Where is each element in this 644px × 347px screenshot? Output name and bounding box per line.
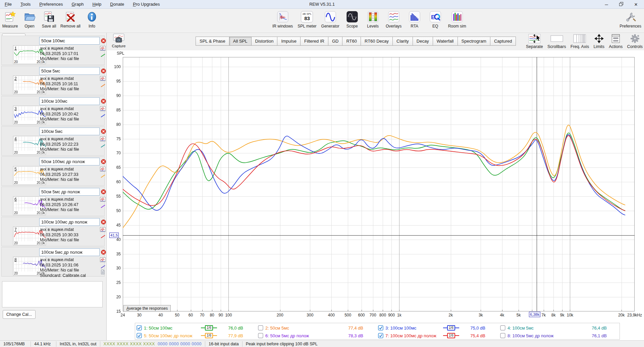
spl-chart-canvas[interactable] [123,57,635,311]
info-button[interactable]: Info [84,10,100,29]
trend-line-icon[interactable] [100,174,106,180]
delete-measurement-icon[interactable] [101,38,106,43]
freq-axis-button[interactable]: Freq. Axis [571,34,589,49]
measurement-card-2: 22020,0kачх в ящике.mdat06.03.2025 10:16… [1,66,105,95]
trend-line-icon[interactable] [100,53,106,59]
scrollbars-button[interactable]: Scrollbars [547,34,566,49]
trend-line-icon[interactable] [100,234,106,240]
measurement-name-input[interactable] [39,97,100,105]
tab-all-spl[interactable]: All SPL [229,37,252,46]
tab-filtered-ir[interactable]: Filtered IR [301,37,328,46]
spl-meter-display: dB SPL83 [301,11,313,22]
delete-measurement-icon[interactable] [101,250,106,255]
measurement-name-input[interactable] [39,158,100,165]
delete-measurement-icon[interactable] [101,219,106,225]
measurement-info-line: Mic/Meter: No cal file [40,117,79,122]
graph-tabs: SPL & PhaseAll SPLDistortionImpulseFilte… [196,37,516,46]
menu-pro-upgrades[interactable]: Pro Upgrades [133,2,160,7]
measurement-name-input[interactable] [39,188,100,196]
menu-donate[interactable]: Donate [110,2,124,7]
tab-decay[interactable]: Decay [413,37,433,46]
trend-line-icon[interactable] [100,204,106,210]
mini-graph-icon[interactable] [100,167,106,173]
eq-button[interactable]: EEQ [427,10,443,29]
menu-file[interactable]: File [5,2,12,7]
preferences-button[interactable]: Preferences [620,10,641,29]
legend-checkbox-unchecked[interactable] [258,325,263,331]
close-button[interactable]: ✕ [632,2,640,7]
mini-graph-icon[interactable] [100,76,106,82]
menu-preferences[interactable]: Preferences [39,2,63,7]
mini-graph-icon[interactable] [100,197,106,203]
measure-button[interactable]: Measure [2,10,18,29]
trend-line-icon[interactable] [100,113,106,119]
delete-measurement-icon[interactable] [101,159,106,164]
mini-graph-icon[interactable] [100,137,106,143]
tab-distortion[interactable]: Distortion [252,37,278,46]
room-sim-button[interactable]: Room sim [448,10,466,29]
measurement-info-line: 06.03.2025 10:27:33 [40,172,79,178]
tab-captured[interactable]: Captured [490,37,516,46]
legend-checkbox-unchecked[interactable] [258,333,263,338]
restore-button[interactable] [617,2,625,7]
tab-gd[interactable]: GD [328,37,343,46]
measurement-name-input[interactable] [39,128,100,135]
x-tick-label: 50 [175,313,179,317]
separate-button[interactable]: Separate [526,34,543,49]
legend-label: 7: 100см 100мс др полож [385,333,440,338]
tab-impulse[interactable]: Impulse [277,37,301,46]
measurement-name-input[interactable] [39,218,100,226]
mini-graph-icon[interactable] [100,106,106,112]
measurement-name-input[interactable] [39,248,100,256]
tab-spectrogram[interactable]: Spectrogram [458,37,490,46]
tab-rt60-decay[interactable]: RT60 Decay [361,37,393,46]
measurement-list-empty-area [2,281,103,307]
open-icon [23,10,36,23]
scope-button[interactable]: Scope [344,10,360,29]
open-button[interactable]: Open [21,10,38,29]
ir-windows-button[interactable]: IR windows [272,10,293,29]
tab-waterfall[interactable]: Waterfall [433,37,458,46]
delete-measurement-icon[interactable] [101,99,106,104]
legend-checkbox-unchecked[interactable] [500,333,505,338]
measurement-card-7: 72020,0kачх в ящике.mdat06.03.2025 10:30… [1,217,105,246]
remove-all-button[interactable]: Remove all [60,10,80,29]
change-cal-button[interactable]: Change Cal... [3,310,36,319]
average-responses-button[interactable]: Average the responses [123,305,171,312]
legend-checkbox-checked[interactable] [137,325,142,331]
legend-checkbox-unchecked[interactable] [500,325,505,331]
capture-button[interactable]: Capture [111,34,127,48]
menu-help[interactable]: Help [93,2,102,7]
levels-button[interactable]: 0369Levels [365,10,381,29]
menu-graph[interactable]: Graph [71,2,84,7]
spl-meter-button[interactable]: dB SPL83SPL meter [298,10,316,29]
minimize-button[interactable]: ─ [602,2,610,7]
measurement-name-input[interactable] [39,67,100,75]
notes-icon[interactable] [101,269,105,276]
delete-measurement-icon[interactable] [101,129,106,134]
controls-button[interactable]: Controls [627,34,643,49]
overlays-button[interactable]: Overlays [386,10,402,29]
delete-measurement-icon[interactable] [101,68,106,73]
mini-graph-icon[interactable] [100,46,106,52]
legend-checkbox-checked[interactable] [378,333,383,338]
generator-button[interactable]: Generator [321,10,339,29]
tab-clarity[interactable]: Clarity [393,37,413,46]
save-all-button[interactable]: Save all [41,10,57,29]
menu-tools[interactable]: Tools [20,2,31,7]
legend-checkbox-checked[interactable] [378,325,383,331]
mini-graph-icon[interactable] [100,227,106,233]
legend-checkbox-checked[interactable] [137,333,142,338]
delete-measurement-icon[interactable] [101,189,106,194]
limits-button[interactable]: Limits [593,34,604,49]
mini-graph-icon[interactable] [100,257,106,263]
trend-line-icon[interactable] [100,143,106,149]
actions-button[interactable]: Actions [609,34,623,49]
trend-line-icon[interactable] [100,83,106,89]
measurement-name-input[interactable] [39,37,100,45]
legend-label: 2: 50см 5мс [265,326,318,331]
separate-label: Separate [526,44,543,49]
tab-spl-phase[interactable]: SPL & Phase [196,37,229,46]
tab-rt60[interactable]: RT60 [342,37,361,46]
rta-button[interactable]: RTA [407,10,423,29]
